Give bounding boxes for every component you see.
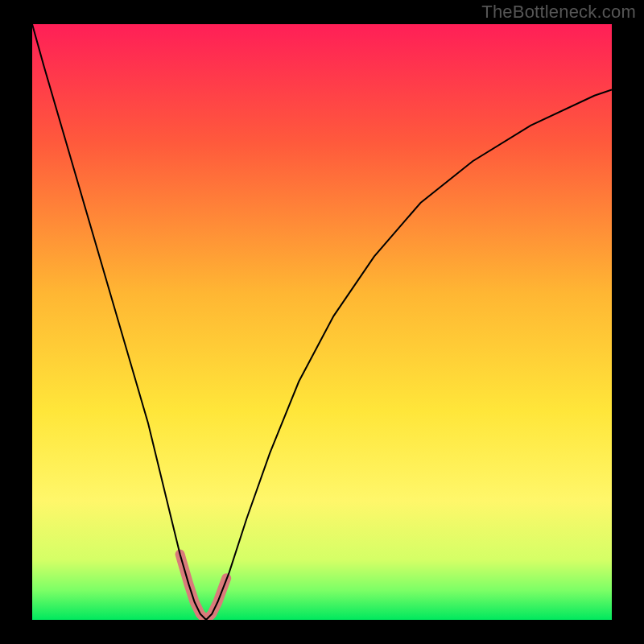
plot-area [32,24,612,620]
watermark-text: TheBottleneck.com [481,2,636,23]
chart-frame: TheBottleneck.com [0,0,644,644]
chart-svg [32,24,612,620]
